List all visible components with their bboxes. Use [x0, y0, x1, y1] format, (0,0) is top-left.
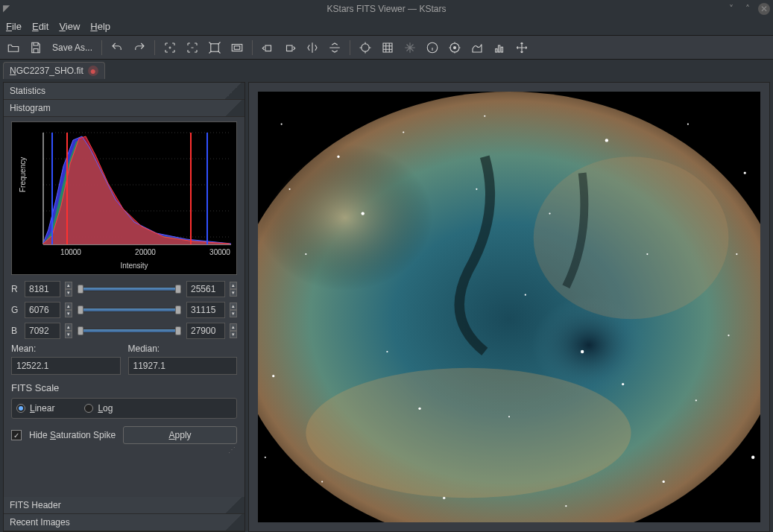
resize-grip-icon[interactable]: ⋰: [11, 446, 237, 454]
svg-rect-12: [15, 125, 236, 271]
hide-saturation-label: Hide Saturation Spike: [29, 430, 116, 440]
hide-saturation-checkbox[interactable]: ✓: [11, 430, 22, 440]
grid-icon[interactable]: [379, 39, 397, 57]
b-low-input[interactable]: [25, 323, 60, 339]
svg-point-49: [663, 481, 665, 483]
svg-rect-4: [287, 45, 293, 51]
redo-icon[interactable]: [130, 39, 148, 57]
r-high-input[interactable]: [186, 281, 225, 297]
zoom-actual-icon[interactable]: [228, 39, 246, 57]
svg-point-57: [549, 212, 550, 214]
spinner-down-icon[interactable]: ▾: [230, 331, 237, 338]
menu-file[interactable]: File: [6, 21, 22, 32]
svg-point-32: [258, 133, 550, 376]
fits-header-panel[interactable]: FITS Header: [4, 497, 244, 514]
fits-scale-group: Linear Log: [11, 398, 237, 419]
nebula-image: [258, 92, 760, 522]
maximize-icon[interactable]: ˄: [742, 3, 754, 15]
spinner-down-icon[interactable]: ▾: [230, 289, 237, 297]
svg-rect-2: [234, 45, 240, 49]
svg-rect-0: [211, 43, 219, 51]
apply-button[interactable]: Apply: [123, 426, 237, 444]
svg-point-44: [728, 335, 729, 336]
radio-log[interactable]: Log: [84, 403, 113, 414]
spinner-up-icon[interactable]: ▴: [230, 282, 237, 289]
spinner-up-icon[interactable]: ▴: [230, 323, 237, 331]
tab-close-icon[interactable]: ●: [88, 66, 98, 76]
channel-row-b: B ▴▾ ▴▾: [11, 323, 237, 339]
svg-text:30000: 30000: [209, 248, 230, 256]
svg-text:Intensity: Intensity: [120, 262, 148, 270]
left-panel: Statistics Histogram: [3, 82, 245, 532]
svg-point-54: [418, 408, 420, 410]
flip-v-icon[interactable]: [326, 39, 344, 57]
radio-icon: [84, 404, 93, 413]
svg-point-33: [534, 156, 729, 319]
move-icon[interactable]: [513, 39, 531, 57]
rotate-right-icon[interactable]: [281, 39, 299, 57]
channel-label-b: B: [11, 326, 20, 336]
svg-point-35: [281, 124, 283, 125]
svg-point-46: [321, 481, 323, 482]
g-slider[interactable]: [77, 308, 182, 312]
channel-row-r: R ▴▾ ▴▾: [11, 281, 237, 297]
zoom-fit-icon[interactable]: [206, 39, 224, 57]
spinner-down-icon[interactable]: ▾: [65, 289, 72, 297]
spinner-up-icon[interactable]: ▴: [65, 282, 72, 289]
spinner-down-icon[interactable]: ▾: [65, 310, 72, 317]
equalize-icon[interactable]: [490, 39, 508, 57]
save-as-button[interactable]: Save As...: [49, 42, 95, 53]
recent-images-panel[interactable]: Recent Images: [4, 514, 244, 531]
titlebar: ◤ KStars FITS Viewer — KStars ˅ ˄ ✕: [0, 0, 773, 18]
tabbar: NGC2237_SHO.fit ●: [0, 60, 773, 79]
b-high-input[interactable]: [186, 323, 225, 339]
menu-view[interactable]: View: [59, 21, 80, 32]
svg-point-38: [484, 115, 485, 117]
b-slider[interactable]: [77, 329, 182, 333]
crosshair-icon[interactable]: [356, 39, 374, 57]
r-slider[interactable]: [77, 287, 182, 291]
spinner-down-icon[interactable]: ▾: [65, 331, 72, 338]
menu-edit[interactable]: Edit: [32, 21, 48, 32]
svg-point-50: [525, 294, 526, 296]
svg-rect-11: [501, 47, 502, 52]
flip-h-icon[interactable]: [303, 39, 321, 57]
file-tab[interactable]: NGC2237_SHO.fit ●: [3, 62, 105, 79]
r-low-input[interactable]: [25, 281, 60, 297]
tab-label: NGC2237_SHO.fit: [10, 66, 83, 76]
stars-icon[interactable]: [401, 39, 419, 57]
image-viewport[interactable]: [248, 82, 770, 532]
spinner-up-icon[interactable]: ▴: [230, 303, 237, 310]
close-icon[interactable]: ✕: [758, 3, 770, 15]
open-icon[interactable]: [4, 39, 22, 57]
spinner-up-icon[interactable]: ▴: [65, 323, 72, 331]
statistics-panel-header[interactable]: Statistics: [4, 83, 244, 100]
undo-icon[interactable]: [108, 39, 126, 57]
minimize-icon[interactable]: ˅: [725, 3, 737, 15]
svg-point-64: [476, 189, 477, 190]
fits-scale-title: FITS Scale: [11, 382, 237, 393]
spinner-up-icon[interactable]: ▴: [65, 303, 72, 310]
menubar: File Edit View Help: [0, 18, 773, 36]
save-icon[interactable]: [27, 39, 45, 57]
svg-point-47: [443, 497, 445, 499]
rotate-left-icon[interactable]: [259, 39, 277, 57]
histogram-chart[interactable]: Frequency 10000 20000 30000 Intensity: [11, 121, 237, 275]
histogram-icon[interactable]: [468, 39, 486, 57]
menu-help[interactable]: Help: [90, 21, 110, 32]
zoom-in-icon[interactable]: [161, 39, 179, 57]
radio-linear[interactable]: Linear: [16, 403, 54, 414]
info-icon[interactable]: [423, 39, 441, 57]
histogram-panel-header[interactable]: Histogram: [4, 100, 244, 117]
svg-text:10000: 10000: [60, 248, 81, 256]
app-icon: ◤: [3, 3, 15, 15]
g-high-input[interactable]: [186, 302, 225, 318]
svg-point-42: [305, 253, 306, 255]
target-icon[interactable]: [446, 39, 464, 57]
spinner-down-icon[interactable]: ▾: [230, 310, 237, 317]
channel-label-g: G: [11, 305, 20, 315]
svg-rect-3: [265, 45, 271, 51]
svg-point-40: [687, 124, 689, 125]
zoom-out-icon[interactable]: [183, 39, 201, 57]
g-low-input[interactable]: [25, 302, 60, 318]
